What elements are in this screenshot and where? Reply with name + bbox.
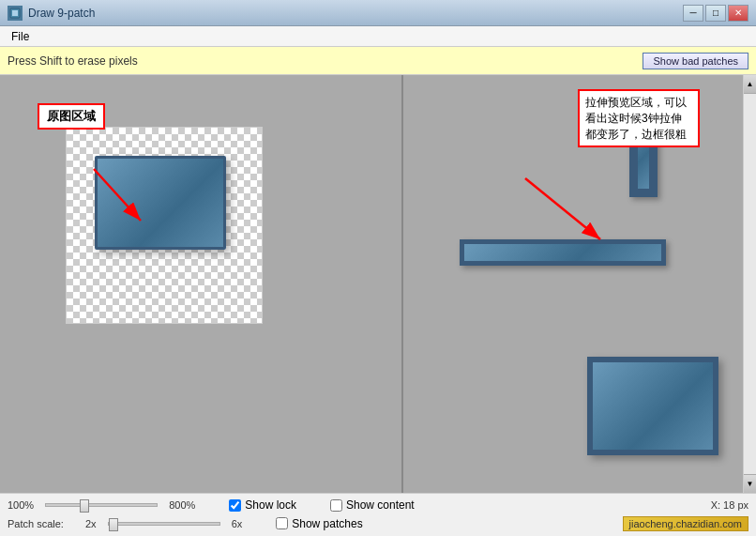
zoom-slider[interactable]	[45, 503, 158, 507]
show-patches-label: Show patches	[292, 517, 362, 530]
arrow-original	[84, 160, 178, 235]
zoom-max-label: 800%	[169, 499, 195, 511]
show-patches-group[interactable]: Show patches	[276, 517, 362, 530]
left-panel: 原图区域	[0, 75, 403, 493]
toolbar: Press Shift to erase pixels Show bad pat…	[0, 47, 756, 75]
svg-line-5	[525, 178, 600, 239]
patch-scale-thumb[interactable]	[109, 518, 118, 531]
zoom-min-label: 100%	[8, 499, 34, 511]
menu-file[interactable]: File	[4, 28, 37, 45]
status-row-2: Patch scale: 2x 6x Show patches jiaochen…	[8, 516, 748, 531]
arrow-preview	[516, 169, 647, 263]
window-controls: ─ □ ✕	[683, 5, 748, 22]
coordinates-display: X: 18 px	[711, 499, 748, 511]
svg-line-3	[94, 169, 141, 221]
svg-rect-1	[12, 10, 18, 16]
patch-scale-max-label: 6x	[232, 518, 243, 529]
annotation-original: 原图区域	[38, 103, 105, 130]
window-title: Draw 9-patch	[28, 7, 683, 20]
show-lock-label: Show lock	[245, 498, 296, 512]
main-area: 原图区域 拉伸预览区域，可以看出这时候3钟拉伸都变形了，边框很粗	[0, 75, 756, 493]
maximize-button[interactable]: □	[705, 5, 726, 22]
app-icon	[8, 6, 23, 21]
patch-scale-min-label: 2x	[85, 518, 97, 529]
show-bad-patches-button[interactable]: Show bad patches	[643, 53, 748, 69]
watermark: jiaocheng.chazidian.com	[623, 516, 748, 531]
show-content-checkbox[interactable]	[330, 499, 342, 512]
show-content-label: Show content	[346, 498, 415, 512]
status-row-1: 100% 800% Show lock Show content X: 18 p…	[8, 498, 748, 512]
close-button[interactable]: ✕	[728, 5, 748, 22]
minimize-button[interactable]: ─	[683, 5, 703, 22]
show-patches-checkbox[interactable]	[276, 517, 288, 529]
menu-bar: File	[0, 26, 756, 47]
scrollbar-right[interactable]: ▲ ▼	[743, 75, 756, 493]
right-panel: 拉伸预览区域，可以看出这时候3钟拉伸都变形了，边框很粗 ▲ ▼	[403, 75, 756, 493]
title-bar: Draw 9-patch ─ □ ✕	[0, 0, 756, 26]
annotation-preview: 拉伸预览区域，可以看出这时候3钟拉伸都变形了，边框很粗	[578, 89, 700, 147]
toolbar-hint: Press Shift to erase pixels	[8, 54, 138, 68]
status-bar: 100% 800% Show lock Show content X: 18 p…	[0, 493, 756, 536]
patch-scale-label: Patch scale:	[8, 518, 78, 529]
zoom-thumb[interactable]	[80, 499, 89, 513]
show-lock-group[interactable]: Show lock	[229, 498, 296, 512]
preview-rect-button	[587, 357, 718, 455]
patch-scale-slider[interactable]	[108, 522, 220, 526]
show-lock-checkbox[interactable]	[229, 499, 241, 512]
show-content-group[interactable]: Show content	[330, 498, 415, 512]
